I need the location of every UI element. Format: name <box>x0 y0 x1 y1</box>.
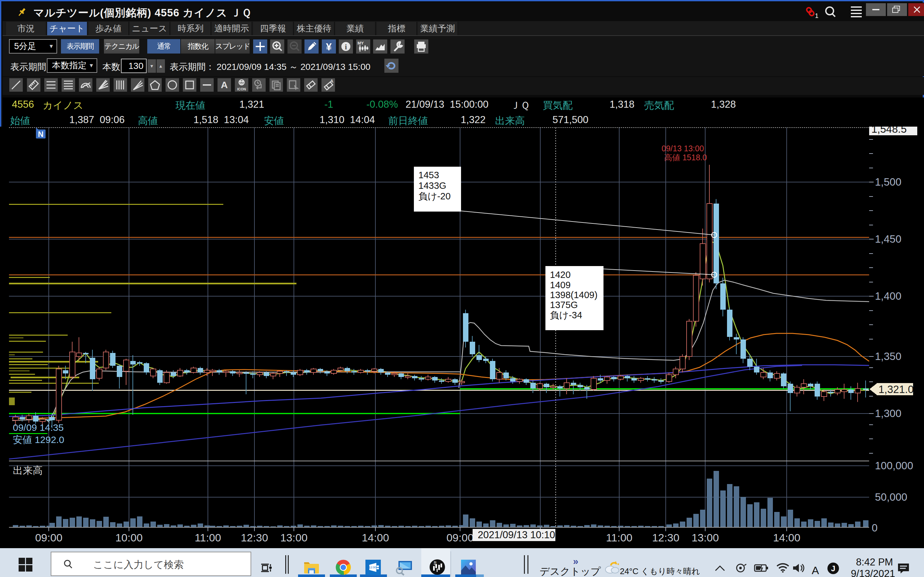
svg-text:11:00: 11:00 <box>195 532 221 544</box>
svg-text:A: A <box>330 79 333 84</box>
svg-text:09/13 13:00: 09/13 13:00 <box>662 144 704 153</box>
svg-text:1433G: 1433G <box>418 181 446 191</box>
svg-text:1,500: 1,500 <box>875 176 901 188</box>
svg-text:0: 0 <box>872 522 877 534</box>
svg-text:100,000: 100,000 <box>875 460 913 472</box>
svg-text:14:00: 14:00 <box>362 532 389 544</box>
svg-text:MY: MY <box>357 41 364 45</box>
svg-text:13:00: 13:00 <box>280 532 307 544</box>
svg-text:12:30: 12:30 <box>241 532 268 544</box>
svg-text:14:00: 14:00 <box>773 532 800 544</box>
svg-text:1409: 1409 <box>550 280 571 290</box>
svg-text:1375G: 1375G <box>550 300 578 310</box>
svg-text:1,321.0: 1,321.0 <box>879 384 914 395</box>
svg-text:12:00: 12:00 <box>369 566 376 569</box>
svg-text:A: A <box>221 79 228 90</box>
svg-text:高値 1518.0: 高値 1518.0 <box>664 153 707 162</box>
svg-text:ICON: ICON <box>237 87 246 91</box>
svg-text:1453: 1453 <box>418 170 439 180</box>
svg-text:1398(1409): 1398(1409) <box>550 290 598 300</box>
svg-text:50,000: 50,000 <box>875 491 907 503</box>
svg-text:N: N <box>38 130 43 139</box>
svg-text:12:30: 12:30 <box>652 532 679 544</box>
svg-text:1,300: 1,300 <box>875 408 901 419</box>
svg-text:出来高: 出来高 <box>13 465 43 476</box>
svg-text:1,350: 1,350 <box>875 350 901 362</box>
svg-text:安値 1292.0: 安値 1292.0 <box>13 434 64 445</box>
svg-text:1,400: 1,400 <box>875 290 901 302</box>
svg-text:10:00: 10:00 <box>115 532 142 544</box>
svg-text:1: 1 <box>815 12 819 19</box>
svg-text:13:00: 13:00 <box>691 532 719 544</box>
svg-text:負け-34: 負け-34 <box>550 310 582 320</box>
svg-text:負け-20: 負け-20 <box>418 191 451 201</box>
svg-text:09/09 14:35: 09/09 14:35 <box>13 422 63 433</box>
svg-text:2021/09/13 10:10: 2021/09/13 10:10 <box>478 529 555 540</box>
svg-text:1,450: 1,450 <box>875 233 901 245</box>
svg-text:1,548.5: 1,548.5 <box>871 127 907 135</box>
svg-text:09:00: 09:00 <box>446 532 473 544</box>
svg-text:¥: ¥ <box>326 41 332 53</box>
svg-text:11:00: 11:00 <box>606 532 633 544</box>
svg-text:1420: 1420 <box>550 269 571 280</box>
svg-text:i: i <box>345 43 347 51</box>
svg-text:J: J <box>831 564 835 573</box>
svg-text:09:00: 09:00 <box>35 532 62 544</box>
